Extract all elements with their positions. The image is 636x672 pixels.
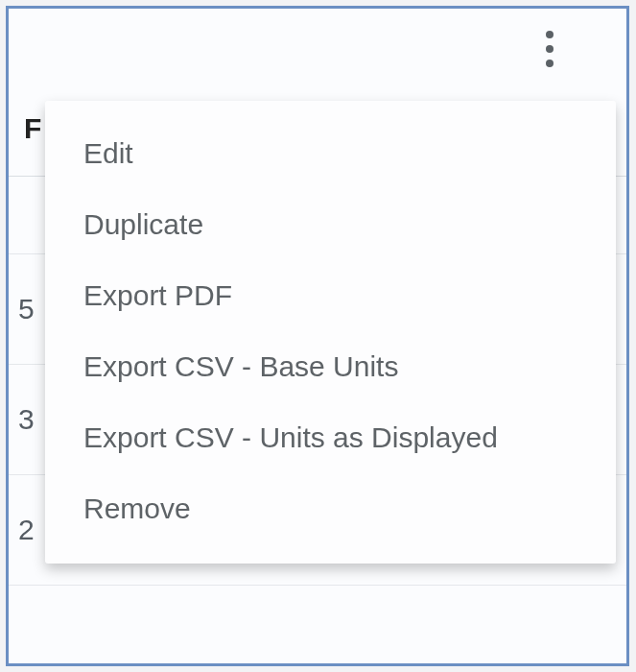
app-frame: F 5 3 2 Edit Duplicate Export PDF Export…	[6, 6, 629, 666]
table-column-header-text: F	[24, 112, 41, 144]
menu-item-remove[interactable]: Remove	[45, 473, 616, 544]
menu-item-duplicate[interactable]: Duplicate	[45, 189, 616, 260]
table-cell-value: 5	[18, 293, 35, 324]
menu-item-export-pdf[interactable]: Export PDF	[45, 260, 616, 331]
more-options-button[interactable]	[527, 22, 573, 76]
menu-item-export-csv-displayed[interactable]: Export CSV - Units as Displayed	[45, 402, 616, 473]
kebab-icon	[546, 45, 554, 53]
kebab-icon	[546, 60, 554, 67]
menu-item-edit[interactable]: Edit	[45, 118, 616, 189]
table-cell-value: 2	[18, 514, 35, 545]
context-menu: Edit Duplicate Export PDF Export CSV - B…	[45, 101, 616, 564]
table-cell-value: 3	[18, 403, 35, 435]
menu-item-export-csv-base[interactable]: Export CSV - Base Units	[45, 331, 616, 402]
kebab-icon	[546, 31, 554, 38]
